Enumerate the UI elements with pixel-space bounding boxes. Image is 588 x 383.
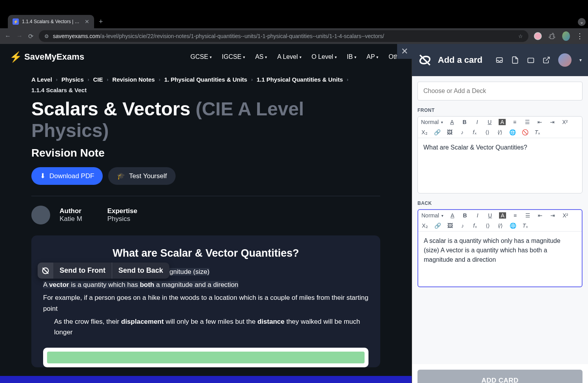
inbox-icon[interactable] (495, 56, 503, 64)
user-avatar[interactable] (558, 53, 572, 67)
context-menu-logo-icon (38, 263, 53, 279)
extension-1-icon[interactable] (534, 32, 542, 40)
deck-input[interactable] (417, 82, 583, 100)
nav-igcse[interactable]: IGCSE▾ (222, 53, 245, 60)
user-menu-chevron-icon[interactable]: ▾ (579, 57, 582, 63)
ordered-list-icon[interactable]: ≡ (512, 212, 519, 219)
author-avatar (31, 206, 50, 224)
link-icon[interactable]: 🔗 (434, 223, 441, 229)
link-icon[interactable]: 🔗 (434, 129, 441, 135)
send-to-front-button[interactable]: Send to Front (53, 263, 112, 279)
nav-alevel[interactable]: A Level▾ (277, 53, 301, 60)
site-settings-icon[interactable]: ⚙ (44, 33, 49, 39)
folder-icon[interactable] (527, 56, 535, 64)
front-textarea[interactable]: What are Scalar & Vector Quantities? (418, 138, 582, 193)
author-meta: Author Katie M Expertise Physics (31, 196, 380, 234)
test-yourself-button[interactable]: 🎓 Test Yourself (108, 167, 175, 185)
style-select[interactable]: Normal ▾ (421, 119, 443, 125)
ordered-list-icon[interactable]: ≡ (511, 119, 518, 125)
subscript-icon[interactable]: X₂ (421, 223, 428, 229)
visibility-off-icon[interactable]: 🚫 (521, 129, 528, 135)
article-line-3: For example, if a person goes on a hike … (43, 292, 368, 314)
download-banner[interactable]: ✕ ⬇ Download notes on 1.1.4 Scalars & Ve… (0, 376, 412, 383)
bold-icon[interactable]: B (461, 212, 468, 219)
add-card-button[interactable]: ADD CARD (417, 370, 583, 383)
globe-icon[interactable]: 🌐 (509, 223, 516, 229)
crumb-alevel[interactable]: A Level (31, 76, 52, 83)
underline-icon[interactable]: U (486, 119, 493, 125)
crumb-section1[interactable]: 1. Physical Quantities & Units (164, 76, 247, 83)
crumb-physics[interactable]: Physics (62, 76, 84, 83)
forward-icon[interactable]: → (16, 33, 23, 40)
clear-format-icon[interactable]: Tₓ (522, 223, 529, 229)
address-bar[interactable]: ⚙ savemyexams.com/a-level/physics/cie/22… (39, 30, 528, 42)
subscript-icon[interactable]: X₂ (421, 129, 428, 135)
nav-ib[interactable]: IB▾ (347, 53, 356, 60)
add-card-panel: ✕ Add a card ▾ FRONT Normal ▾ A (412, 44, 588, 383)
code-icon[interactable]: ⟨⟩ (484, 129, 491, 135)
audio-icon[interactable]: ♪ (459, 223, 466, 229)
url-text: savemyexams.com/a-level/physics/cie/22/r… (53, 33, 384, 40)
page-subtitle: Revision Note (31, 147, 380, 159)
code-block-icon[interactable]: ⟨⁄⟩ (497, 223, 504, 229)
browser-menu-icon[interactable]: ⋮ (576, 32, 583, 40)
new-tab-button[interactable]: + (99, 18, 103, 28)
underline-icon[interactable]: U (486, 212, 494, 219)
nav-as[interactable]: AS▾ (255, 53, 267, 60)
bookmark-icon[interactable]: ☆ (518, 33, 523, 39)
outdent-icon[interactable]: ⇤ (537, 212, 544, 219)
unordered-list-icon[interactable]: ☰ (524, 212, 531, 219)
extensions-icon[interactable] (548, 32, 556, 40)
text-color-icon[interactable]: A (448, 119, 456, 125)
indent-icon[interactable]: ⇥ (549, 119, 556, 125)
superscript-icon[interactable]: X² (562, 212, 569, 219)
globe-icon[interactable]: 🌐 (509, 129, 516, 135)
tab-close-icon[interactable]: ✕ (85, 18, 89, 25)
crumb-cie[interactable]: CIE (93, 76, 103, 83)
chevron-down-icon: ▾ (210, 55, 212, 59)
crumb-revision[interactable]: Revision Notes (113, 76, 155, 83)
tab-title: 1.1.4 Scalars & Vectors | CIE (22, 19, 82, 24)
front-label: FRONT (417, 108, 583, 113)
image-icon[interactable]: 🖼 (446, 129, 453, 135)
back-icon[interactable]: ← (5, 33, 11, 40)
bold-icon[interactable]: B (461, 119, 468, 125)
browser-tab[interactable]: ⚡ 1.1.4 Scalars & Vectors | CIE ✕ (8, 15, 94, 28)
site-header: ⚡ SaveMyExams GCSE▾ IGCSE▾ AS▾ A Level▾ … (0, 44, 412, 70)
crumb-section11[interactable]: 1.1 Physical Quantities & Units (257, 76, 343, 83)
clear-format-icon[interactable]: Tₓ (534, 129, 541, 135)
outdent-icon[interactable]: ⇤ (536, 119, 543, 125)
italic-icon[interactable]: I (474, 212, 481, 219)
nav-ap[interactable]: AP▾ (367, 53, 378, 60)
code-block-icon[interactable]: ⟨⁄⟩ (496, 129, 503, 135)
open-external-icon[interactable] (543, 56, 550, 64)
chevron-down-icon: ▾ (376, 55, 378, 59)
italic-icon[interactable]: I (474, 119, 481, 125)
tabs-dropdown-icon[interactable]: ⌄ (578, 18, 586, 26)
image-icon[interactable]: 🖼 (446, 223, 454, 229)
style-select[interactable]: Normal ▾ (421, 212, 443, 219)
audio-icon[interactable]: ♪ (459, 129, 466, 135)
document-icon[interactable] (511, 56, 519, 64)
reload-icon[interactable]: ⟳ (28, 33, 33, 40)
highlight-icon[interactable]: A (499, 212, 506, 219)
highlight-icon[interactable]: A (499, 119, 506, 125)
indent-icon[interactable]: ⇥ (549, 212, 556, 219)
formula-icon[interactable]: fₓ (471, 129, 478, 135)
back-textarea[interactable]: A scalar is a quantity which only has a … (418, 232, 582, 286)
code-icon[interactable]: ⟨⟩ (484, 223, 491, 229)
selection-context-menu: Send to Front Send to Back (38, 263, 169, 279)
site-logo[interactable]: ⚡ SaveMyExams (9, 51, 84, 63)
nav-olevel[interactable]: O Level▾ (312, 53, 337, 60)
nav-gcse[interactable]: GCSE▾ (191, 53, 212, 60)
back-editor: Normal ▾ A B I U A ≡ ☰ ⇤ ⇥ X² X₂ 🔗 🖼 ♪ f… (417, 209, 583, 287)
formula-icon[interactable]: fₓ (472, 223, 479, 229)
superscript-icon[interactable]: X² (561, 119, 568, 125)
logo-text: SaveMyExams (24, 52, 84, 62)
extension-2-icon[interactable] (562, 32, 570, 40)
unordered-list-icon[interactable]: ☰ (524, 119, 531, 125)
panel-close-button[interactable]: ✕ (397, 44, 412, 59)
send-to-back-button[interactable]: Send to Back (112, 263, 169, 279)
download-pdf-button[interactable]: ⬇ Download PDF (31, 167, 103, 185)
text-color-icon[interactable]: A (449, 212, 456, 219)
